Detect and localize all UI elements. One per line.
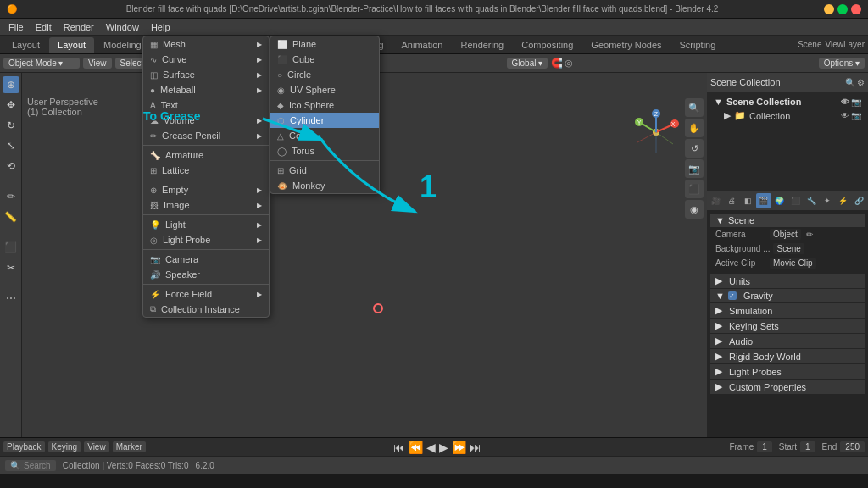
rigid-body-header[interactable]: ▶ Rigid Body World	[710, 349, 865, 363]
tab-layout-active[interactable]: Layout	[49, 37, 94, 53]
audio-header[interactable]: ▶ Audio	[710, 334, 865, 348]
menu-light-probe[interactable]: ◎Light Probe	[143, 232, 269, 247]
menu-volume[interactable]: ☁Volume	[143, 113, 269, 128]
jump-to-start[interactable]: ⏮	[393, 441, 405, 454]
start-frame-value[interactable]: 1	[800, 441, 815, 452]
edit-menu[interactable]: Edit	[31, 20, 57, 34]
mesh-plane[interactable]: ⬜Plane	[270, 36, 379, 52]
background-value[interactable]: Scene	[773, 243, 804, 254]
minimize-btn[interactable]	[824, 4, 834, 14]
active-clip-value[interactable]: Movie Clip	[770, 258, 816, 269]
play-forward[interactable]: ▶	[439, 441, 448, 454]
search-placeholder[interactable]: Search	[24, 461, 51, 470]
gravity-checkbox[interactable]: ✓	[728, 291, 737, 300]
add-cube-tool[interactable]: ⬛	[3, 239, 19, 256]
close-btn[interactable]	[851, 4, 861, 14]
mesh-torus[interactable]: ◯Torus	[270, 143, 379, 158]
render-menu[interactable]: Render	[58, 20, 99, 34]
marker-menu[interactable]: Marker	[113, 441, 146, 452]
measure-tool[interactable]: 📏	[3, 208, 19, 225]
scene-section-header[interactable]: ▼ Scene	[710, 214, 865, 227]
maximize-btn[interactable]	[837, 4, 848, 14]
tab-rendering[interactable]: Rendering	[452, 37, 512, 53]
outliner-filter-icon[interactable]: 🔍	[845, 78, 855, 87]
menu-text[interactable]: AText	[143, 97, 269, 113]
jump-to-end[interactable]: ⏭	[470, 441, 481, 454]
menu-grease-pencil[interactable]: ✏Grease Pencil	[143, 128, 269, 143]
view-menu[interactable]: View	[83, 58, 112, 69]
camera-icon[interactable]: 📷	[685, 159, 704, 178]
step-back[interactable]: ⏪	[409, 441, 423, 454]
end-frame-value[interactable]: 250	[840, 441, 865, 452]
mesh-monkey[interactable]: 🐵Monkey	[270, 178, 379, 193]
collection-visibility[interactable]: 👁	[841, 111, 849, 120]
current-frame-value[interactable]: 1	[757, 441, 772, 452]
bisect-tool[interactable]: ✂	[3, 259, 19, 276]
keying-sets-header[interactable]: ▶ Keying Sets	[710, 319, 865, 333]
gravity-section-header[interactable]: ▼ ✓ Gravity	[710, 289, 865, 302]
transform-tool[interactable]: ⟲	[3, 158, 19, 175]
mesh-cylinder[interactable]: ⬡Cylinder	[270, 113, 379, 128]
menu-force-field[interactable]: ⚡Force Field	[143, 286, 269, 302]
camera-edit-icon[interactable]: ✏	[806, 230, 813, 239]
mesh-cube[interactable]: ⬛Cube	[270, 52, 379, 67]
mesh-uv-sphere[interactable]: ◉UV Sphere	[270, 82, 379, 97]
tab-scripting[interactable]: Scripting	[671, 37, 725, 53]
rotate-tool[interactable]: ↻	[3, 117, 19, 134]
particles-tab[interactable]: ✦	[820, 193, 835, 208]
constraints-tab[interactable]: 🔗	[851, 193, 866, 208]
menu-camera[interactable]: 📷Camera	[143, 252, 269, 267]
collection-item[interactable]: ▶ 📁 Collection 👁 📷	[710, 108, 865, 123]
menu-armature[interactable]: 🦴Armature	[143, 147, 269, 163]
zoom-icon[interactable]: 🔍	[685, 98, 704, 117]
modifier-props-tab[interactable]: 🔧	[804, 193, 819, 208]
options-btn[interactable]: Options ▾	[819, 58, 865, 69]
render-icon[interactable]: 📷	[851, 97, 861, 107]
pan-icon[interactable]: ✋	[685, 119, 704, 137]
mesh-cone[interactable]: △Cone	[270, 128, 379, 143]
proportional-icon[interactable]: ◎	[565, 58, 573, 69]
tab-layout[interactable]: Layout	[3, 37, 48, 53]
annotate-tool[interactable]: ✏	[3, 188, 19, 205]
global-selector[interactable]: Global ▾	[507, 58, 548, 69]
menu-empty[interactable]: ⊕Empty	[143, 182, 269, 197]
units-section-header[interactable]: ▶ Units	[710, 274, 865, 288]
mode-selector[interactable]: Object Mode ▾	[3, 58, 80, 69]
menu-collection-instance[interactable]: ⧉Collection Instance	[143, 302, 269, 317]
menu-surface[interactable]: ◫Surface	[143, 67, 269, 82]
menu-mesh[interactable]: ▦Mesh	[143, 36, 269, 52]
orbit-icon[interactable]: ↺	[685, 139, 704, 158]
menu-light[interactable]: 💡Light	[143, 217, 269, 232]
object-props-tab[interactable]: ⬛	[788, 193, 804, 208]
simulation-header[interactable]: ▶ Simulation	[710, 303, 865, 318]
visibility-icon[interactable]: 👁	[841, 97, 849, 107]
menu-metaball[interactable]: ●Metaball	[143, 82, 269, 97]
menu-lattice[interactable]: ⊞Lattice	[143, 163, 269, 178]
light-probes-header[interactable]: ▶ Light Probes	[710, 364, 865, 379]
tab-animation[interactable]: Animation	[393, 37, 452, 53]
camera-value[interactable]: Object	[770, 229, 801, 240]
render-props-tab[interactable]: 🎥	[709, 193, 724, 208]
mesh-grid[interactable]: ⊞Grid	[270, 163, 379, 178]
collection-render[interactable]: 📷	[851, 111, 861, 120]
mesh-circle[interactable]: ○Circle	[270, 67, 379, 82]
move-tool[interactable]: ✥	[3, 97, 19, 114]
help-menu[interactable]: Help	[146, 20, 175, 34]
tab-geometry-nodes[interactable]: Geometry Nodes	[582, 37, 670, 53]
custom-props-header[interactable]: ▶ Custom Properties	[710, 380, 865, 394]
file-menu[interactable]: File	[3, 20, 29, 34]
tab-modeling[interactable]: Modeling	[95, 37, 150, 53]
menu-speaker[interactable]: 🔊Speaker	[143, 267, 269, 282]
menu-curve[interactable]: ∿Curve	[143, 52, 269, 67]
smooth-tool[interactable]: ⋯	[3, 290, 19, 307]
viewport-gizmo[interactable]: X Y Z	[631, 107, 682, 158]
mesh-ico-sphere[interactable]: ◆Ico Sphere	[270, 97, 379, 113]
output-props-tab[interactable]: 🖨	[725, 193, 740, 208]
keying-menu[interactable]: Keying	[48, 441, 81, 452]
physics-tab[interactable]: ⚡	[836, 193, 851, 208]
menu-image[interactable]: 🖼Image	[143, 197, 269, 213]
window-menu[interactable]: Window	[101, 20, 144, 34]
magnet-icon[interactable]: 🧲	[551, 58, 563, 69]
view-layer-tab[interactable]: ◧	[740, 193, 755, 208]
tab-compositing[interactable]: Compositing	[513, 37, 581, 53]
